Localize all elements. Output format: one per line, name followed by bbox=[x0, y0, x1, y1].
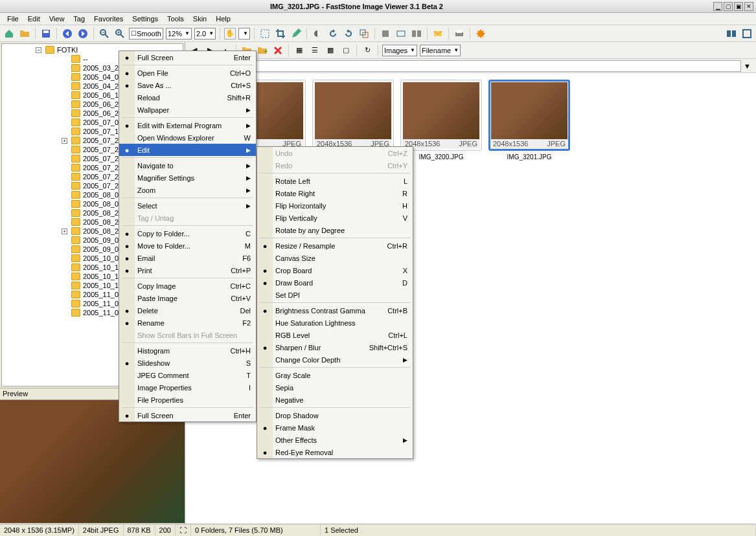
menu-item-resize-resample[interactable]: ●Resize / ResampleCtrl+R bbox=[257, 240, 413, 252]
close-button[interactable]: ✕ bbox=[744, 2, 753, 11]
menu-item-save-as-[interactable]: ●Save As ...Ctrl+S bbox=[119, 79, 256, 91]
menu-item-other-effects[interactable]: Other Effects▶ bbox=[257, 434, 413, 446]
menu-item-canvas-size[interactable]: Canvas Size bbox=[257, 252, 413, 264]
menu-item-copy-to-folder-[interactable]: ●Copy to Folder...C bbox=[119, 227, 256, 240]
zoom-out-icon[interactable] bbox=[98, 27, 111, 40]
crop-icon[interactable] bbox=[274, 27, 287, 40]
menu-item-set-dpi[interactable]: Set DPI bbox=[257, 289, 413, 301]
rotate-right-icon[interactable] bbox=[342, 27, 355, 40]
menu-item-select[interactable]: Select▶ bbox=[119, 199, 256, 212]
menu-item-delete[interactable]: ●DeleteDel bbox=[119, 304, 256, 317]
menu-item-jpeg-comment[interactable]: JPEG CommentT bbox=[119, 369, 256, 381]
menu-item-wallpaper[interactable]: Wallpaper▶ bbox=[119, 104, 256, 116]
menu-file[interactable]: File bbox=[3, 14, 23, 24]
menu-item-drop-shadow[interactable]: Drop Shadow bbox=[257, 409, 413, 421]
minimize-button[interactable]: ▁ bbox=[713, 2, 722, 11]
menu-item-sharpen-blur[interactable]: ●Sharpen / BlurShift+Ctrl+S bbox=[257, 341, 413, 353]
menu-item-navigate-to[interactable]: Navigate to▶ bbox=[119, 159, 256, 172]
menu-item-crop-board[interactable]: ●Crop BoardX bbox=[257, 264, 413, 276]
menu-item-reload[interactable]: ReloadShift+R bbox=[119, 91, 256, 104]
menu-item-print[interactable]: ●PrintCtrl+P bbox=[119, 264, 256, 276]
menu-item-brightness-contrast-gamma[interactable]: ●Brightness Contrast GammaCtrl+B bbox=[257, 304, 413, 317]
type-filter-combo[interactable]: Images▼ bbox=[382, 45, 417, 56]
menu-skin[interactable]: Skin bbox=[189, 14, 211, 24]
menu-item-email[interactable]: ●EmailF6 bbox=[119, 252, 256, 264]
hand-tool-icon[interactable]: ✋ bbox=[224, 28, 236, 39]
menu-item-full-screen[interactable]: ●Full ScreenEnter bbox=[119, 409, 256, 421]
refresh-icon[interactable]: ↻ bbox=[361, 44, 374, 57]
settings-icon[interactable] bbox=[474, 27, 487, 40]
menu-item-flip-horizontally[interactable]: Flip HorizontallyH bbox=[257, 199, 413, 212]
sort-combo[interactable]: Filename▼ bbox=[420, 45, 461, 56]
crop-status-icon[interactable]: ⛶ bbox=[176, 524, 191, 536]
print-icon[interactable] bbox=[453, 27, 466, 40]
expander-icon[interactable]: + bbox=[62, 229, 67, 234]
resize-icon[interactable] bbox=[358, 27, 371, 40]
menu-favorites[interactable]: Favorites bbox=[89, 14, 128, 24]
open-folder-icon[interactable] bbox=[18, 27, 31, 40]
fullscreen-icon[interactable] bbox=[740, 27, 753, 40]
menu-item-slideshow[interactable]: ●SlideshowS bbox=[119, 357, 256, 369]
draw-icon[interactable] bbox=[290, 27, 303, 40]
menu-item-rotate-by-any-degree[interactable]: Rotate by any Degree bbox=[257, 224, 413, 236]
menu-item-edit[interactable]: ●Edit▶ bbox=[119, 144, 256, 156]
menu-item-zoom[interactable]: Zoom▶ bbox=[119, 184, 256, 196]
nav-back-icon[interactable] bbox=[61, 27, 74, 40]
menu-item-file-properties[interactable]: File Properties bbox=[119, 394, 256, 406]
home-icon[interactable] bbox=[3, 27, 16, 40]
menu-item-rotate-right[interactable]: Rotate RightR bbox=[257, 187, 413, 199]
menu-item-rgb-level[interactable]: RGB LevelCtrl+L bbox=[257, 329, 413, 341]
hand-dropdown[interactable]: ▼ bbox=[238, 28, 250, 39]
path-dropdown-icon[interactable]: ▼ bbox=[741, 62, 753, 70]
save-icon[interactable] bbox=[40, 27, 52, 40]
tool1-icon[interactable] bbox=[379, 27, 392, 40]
menu-item-magnifier-settings[interactable]: Magnifier Settings▶ bbox=[119, 172, 256, 184]
menu-item-edit-with-external-program[interactable]: ●Edit with External Program▶ bbox=[119, 119, 256, 131]
menu-item-move-to-folder-[interactable]: ●Move to Folder...M bbox=[119, 240, 256, 252]
menu-item-paste-image[interactable]: Paste ImageCtrl+V bbox=[119, 292, 256, 304]
path-input[interactable] bbox=[188, 60, 741, 72]
compare-icon[interactable] bbox=[410, 27, 423, 40]
delete-folder-icon[interactable] bbox=[271, 44, 284, 57]
menu-tools[interactable]: Tools bbox=[163, 14, 189, 24]
view-thumbs-icon[interactable]: ▩ bbox=[324, 44, 337, 57]
email-icon[interactable] bbox=[431, 27, 444, 40]
menu-settings[interactable]: Settings bbox=[128, 14, 163, 24]
menu-item-draw-board[interactable]: ●Draw BoardD bbox=[257, 276, 413, 289]
slideshow-icon[interactable] bbox=[395, 27, 407, 40]
menu-item-full-screen[interactable]: ●Full ScreenEnter bbox=[119, 51, 256, 63]
menu-view[interactable]: View bbox=[45, 14, 69, 24]
zoom-percent-combo[interactable]: 12%▼ bbox=[166, 28, 192, 39]
menu-item-sepia[interactable]: Sepia bbox=[257, 381, 413, 394]
expander-icon[interactable]: − bbox=[36, 47, 41, 53]
menu-item-change-color-depth[interactable]: Change Color Depth▶ bbox=[257, 353, 413, 366]
rotate-left-icon[interactable] bbox=[326, 27, 339, 40]
view-list-icon[interactable]: ▦ bbox=[293, 44, 306, 57]
folder-label[interactable]: FOTKI bbox=[57, 46, 78, 54]
dual-view-icon[interactable] bbox=[725, 27, 738, 40]
menu-item-gray-scale[interactable]: Gray Scale bbox=[257, 369, 413, 381]
menu-item-hue-saturation-lightness[interactable]: Hue Saturation Lightness bbox=[257, 317, 413, 329]
menu-item-open-file[interactable]: ●Open FileCtrl+O bbox=[119, 67, 256, 79]
brightness-icon[interactable] bbox=[311, 27, 324, 40]
menu-item-rotate-left[interactable]: Rotate LeftL bbox=[257, 175, 413, 187]
maximize-button[interactable]: ▣ bbox=[734, 2, 743, 11]
menu-help[interactable]: Help bbox=[211, 14, 235, 24]
thumbnail[interactable]: 2048x1536JPEGIMG_3201.JPG bbox=[488, 80, 570, 161]
restore-button[interactable]: ▢ bbox=[724, 2, 733, 11]
menu-item-red-eye-removal[interactable]: ●Red-Eye Removal bbox=[257, 446, 413, 458]
menu-item-open-windows-explorer[interactable]: Open Windows ExplorerW bbox=[119, 131, 256, 144]
new-folder-icon[interactable]: + bbox=[256, 44, 269, 57]
menu-item-negative[interactable]: Negative bbox=[257, 394, 413, 406]
nav-forward-icon[interactable] bbox=[76, 27, 89, 40]
menu-tag[interactable]: Tag bbox=[69, 14, 89, 24]
expander-icon[interactable]: + bbox=[62, 138, 67, 144]
zoom-in-icon[interactable] bbox=[113, 27, 126, 40]
menu-item-frame-mask[interactable]: ●Frame Mask bbox=[257, 421, 413, 434]
zoom-step-combo[interactable]: 2.0▼ bbox=[194, 28, 216, 39]
view-large-icon[interactable]: ▢ bbox=[339, 44, 352, 57]
menu-item-histogram[interactable]: HistogramCtrl+H bbox=[119, 344, 256, 357]
smooth-check[interactable]: ☐ Smooth bbox=[129, 28, 163, 39]
menu-item-image-properties[interactable]: Image PropertiesI bbox=[119, 381, 256, 394]
menu-item-flip-vertically[interactable]: Flip VerticallyV bbox=[257, 212, 413, 224]
